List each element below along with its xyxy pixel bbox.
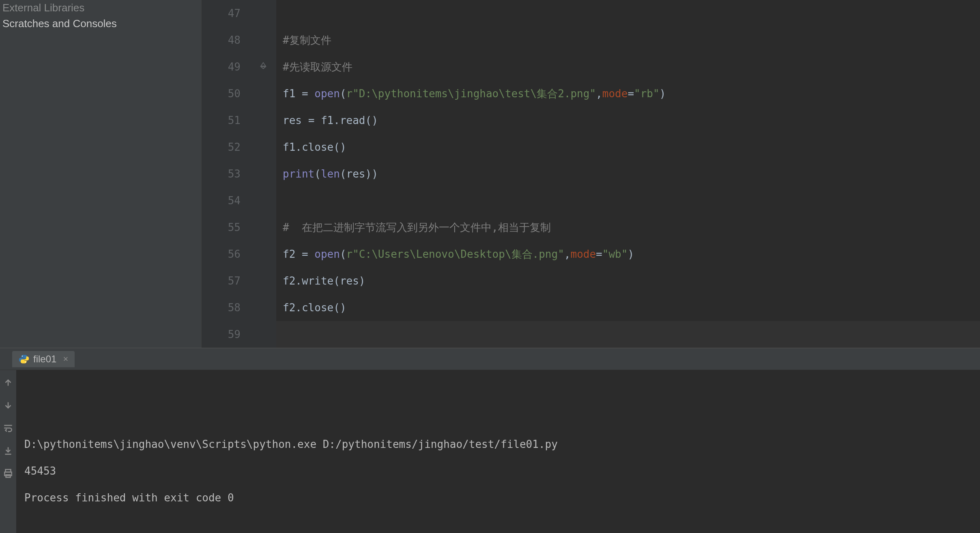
- run-tab-label: file01: [33, 353, 56, 365]
- print-icon[interactable]: [3, 468, 13, 481]
- console-line: D:\pythonitems\jinghao\venv\Scripts\pyth…: [24, 431, 972, 458]
- line-number: 58: [202, 294, 241, 321]
- run-tab-bar: file01 ×: [0, 348, 980, 370]
- code-token: print: [283, 161, 314, 187]
- line-number: 50: [202, 80, 241, 107]
- code-token: ,: [596, 80, 602, 107]
- code-line[interactable]: [276, 0, 980, 27]
- code-token: f2: [283, 241, 302, 268]
- code-token: mode: [602, 80, 628, 107]
- run-tab-file01[interactable]: file01 ×: [12, 351, 75, 367]
- line-number: 59: [202, 321, 241, 348]
- console-line: Process finished with exit code 0: [24, 484, 972, 511]
- code-line[interactable]: [276, 187, 980, 214]
- code-token: (res)): [340, 161, 378, 187]
- code-token: (: [340, 241, 346, 268]
- svg-point-0: [22, 355, 23, 356]
- down-arrow-icon[interactable]: [3, 400, 13, 413]
- line-number: 56: [202, 241, 241, 268]
- code-token: mode: [570, 241, 596, 268]
- code-line[interactable]: f2.write(res): [276, 268, 980, 294]
- close-icon[interactable]: ×: [63, 354, 68, 364]
- run-toolbar: [0, 370, 16, 533]
- code-line[interactable]: #复制文件: [276, 27, 980, 54]
- code-token: r"C:\Users\Lenovo\Desktop\集合.png": [346, 241, 564, 268]
- line-number: 49: [202, 54, 241, 80]
- line-number: 47: [202, 0, 241, 27]
- code-token: ): [660, 80, 666, 107]
- run-body: D:\pythonitems\jinghao\venv\Scripts\pyth…: [0, 370, 980, 533]
- code-token: =: [628, 80, 634, 107]
- scroll-to-end-icon[interactable]: [3, 445, 13, 458]
- code-token: f1.read(): [321, 107, 378, 134]
- code-token: f1.close(): [283, 134, 346, 161]
- project-tree[interactable]: External Libraries Scratches and Console…: [0, 0, 202, 348]
- line-number: 57: [202, 268, 241, 294]
- code-token: =: [302, 241, 314, 268]
- code-token: open: [314, 80, 340, 107]
- code-token: r"D:\pythonitems\jinghao\test\集合2.png": [346, 80, 596, 107]
- code-token: #先读取源文件: [283, 54, 352, 80]
- code-line[interactable]: f1.close(): [276, 134, 980, 161]
- fold-marker-icon[interactable]: [259, 62, 267, 72]
- code-token: ): [628, 241, 634, 268]
- code-line[interactable]: print(len(res)): [276, 161, 980, 187]
- code-token: (: [340, 80, 346, 107]
- code-line[interactable]: #先读取源文件: [276, 54, 980, 80]
- tree-scratches[interactable]: Scratches and Consoles: [0, 16, 202, 32]
- top-split: External Libraries Scratches and Console…: [0, 0, 980, 348]
- code-token: # 在把二进制字节流写入到另外一个文件中,相当于复制: [283, 214, 551, 241]
- line-number: 52: [202, 134, 241, 161]
- tree-external-libraries[interactable]: External Libraries: [0, 0, 202, 16]
- ide-root: External Libraries Scratches and Console…: [0, 0, 980, 533]
- line-number: 54: [202, 187, 241, 214]
- code-token: len: [321, 161, 340, 187]
- code-area[interactable]: #复制文件#先读取源文件f1 = open(r"D:\pythonitems\j…: [276, 0, 980, 348]
- code-token: =: [308, 107, 321, 134]
- code-editor[interactable]: 47484950515253545556575859 #复制文件#先读取源文件f…: [202, 0, 980, 348]
- code-token: f2.close(): [283, 294, 346, 321]
- console-line: 45453: [24, 458, 972, 484]
- code-token: #复制文件: [283, 27, 331, 54]
- code-token: ,: [564, 241, 571, 268]
- code-token: open: [314, 241, 340, 268]
- line-number: 51: [202, 107, 241, 134]
- code-token: =: [302, 80, 314, 107]
- code-token: "rb": [634, 80, 660, 107]
- code-line[interactable]: f1 = open(r"D:\pythonitems\jinghao\test\…: [276, 80, 980, 107]
- line-number: 55: [202, 214, 241, 241]
- code-line[interactable]: f2.close(): [276, 294, 980, 321]
- up-arrow-icon[interactable]: [3, 377, 13, 390]
- code-line[interactable]: res = f1.read(): [276, 107, 980, 134]
- line-number: 53: [202, 161, 241, 187]
- code-token: f2.write(res): [283, 268, 365, 294]
- code-line[interactable]: f2 = open(r"C:\Users\Lenovo\Desktop\集合.p…: [276, 241, 980, 268]
- code-line[interactable]: # 在把二进制字节流写入到另外一个文件中,相当于复制: [276, 214, 980, 241]
- python-icon: [19, 354, 29, 364]
- code-token: "wb": [602, 241, 628, 268]
- code-token: f1: [283, 80, 302, 107]
- line-number-gutter: 47484950515253545556575859: [202, 0, 257, 348]
- code-token: (: [314, 161, 321, 187]
- line-number: 48: [202, 27, 241, 54]
- code-token: res: [283, 107, 308, 134]
- code-token: =: [596, 241, 602, 268]
- run-panel: file01 × D:\pythonitems\jinghao\venv\Scr…: [0, 348, 980, 533]
- soft-wrap-icon[interactable]: [3, 423, 13, 436]
- code-line[interactable]: [276, 321, 980, 348]
- console-output[interactable]: D:\pythonitems\jinghao\venv\Scripts\pyth…: [16, 370, 980, 533]
- fold-gutter: [257, 0, 276, 348]
- svg-point-1: [25, 362, 26, 362]
